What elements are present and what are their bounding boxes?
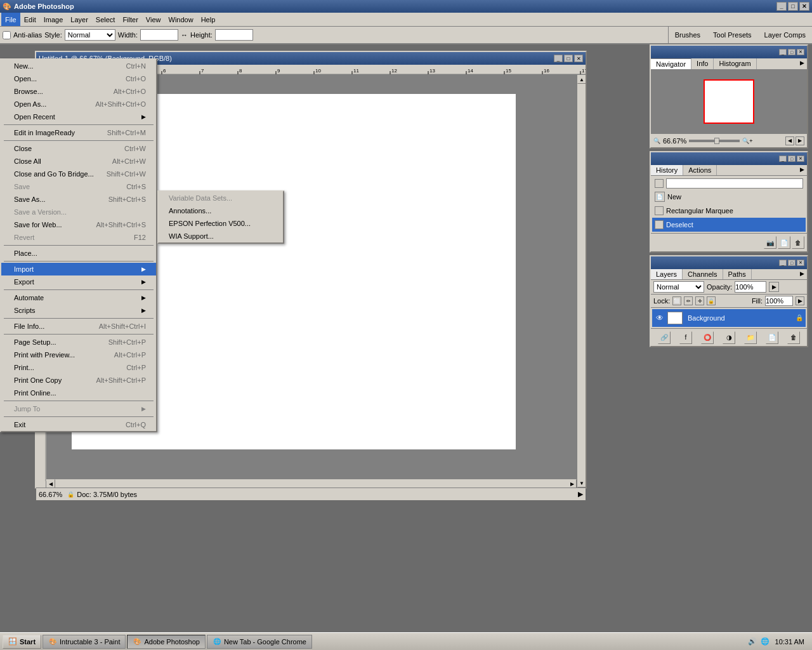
brushes-tab[interactable]: Brushes [671, 30, 704, 40]
menu-item-close-go-bridge[interactable]: Close and Go To Bridge... Shift+Ctrl+W [1, 168, 156, 180]
menu-item-open-as[interactable]: Open As... Alt+Shift+Ctrl+O [1, 98, 156, 110]
tab-layers[interactable]: Layers [651, 269, 683, 279]
history-maximize-button[interactable]: □ [788, 156, 796, 162]
navigator-maximize-button[interactable]: □ [788, 49, 796, 55]
menu-item-open-recent[interactable]: Open Recent [1, 110, 156, 123]
layer-adjustment-button[interactable]: ◑ [723, 331, 735, 344]
navigator-close-button[interactable]: ✕ [797, 49, 804, 55]
menu-item-close-all[interactable]: Close All Alt+Ctrl+W [1, 155, 156, 168]
menu-item-edit-imageready[interactable]: Edit in ImageReady Shift+Ctrl+M [1, 126, 156, 139]
history-new-snapshot-button[interactable]: 📷 [764, 236, 776, 249]
scroll-down-button[interactable]: ▼ [577, 479, 586, 488]
menu-filter[interactable]: Filter [119, 13, 141, 26]
maximize-button[interactable]: □ [788, 2, 798, 11]
tab-navigator[interactable]: Navigator [651, 58, 691, 69]
layer-mask-button[interactable]: ⭕ [701, 331, 714, 344]
menu-item-browse[interactable]: Browse... Alt+Ctrl+O [1, 85, 156, 98]
height-input[interactable] [215, 29, 253, 41]
start-button[interactable]: 🪟 Start [3, 635, 41, 649]
history-item-rect-marquee[interactable]: Rectangular Marquee [652, 204, 806, 218]
layer-item-background[interactable]: 👁 Background 🔒 [652, 309, 806, 327]
menu-item-page-setup[interactable]: Page Setup... Shift+Ctrl+P [1, 336, 156, 348]
opacity-arrow[interactable]: ▶ [769, 282, 779, 292]
lock-transparency-button[interactable]: ⬜ [672, 296, 681, 305]
menu-item-print-one[interactable]: Print One Copy Alt+Shift+Ctrl+P [1, 374, 156, 387]
layers-panel-menu[interactable]: ▶ [797, 269, 807, 279]
layers-maximize-button[interactable]: □ [788, 260, 796, 266]
layer-new-button[interactable]: 📄 [766, 331, 778, 344]
menu-item-import[interactable]: Import [1, 263, 156, 275]
menu-item-print-online[interactable]: Print Online... [1, 387, 156, 399]
menu-item-exit[interactable]: Exit Ctrl+Q [1, 418, 156, 431]
menu-window[interactable]: Window [165, 13, 197, 26]
opacity-input[interactable] [735, 281, 766, 293]
history-minimize-button[interactable]: _ [779, 156, 787, 162]
tab-channels[interactable]: Channels [683, 269, 723, 279]
style-select[interactable]: Normal [65, 29, 115, 41]
tab-paths[interactable]: Paths [723, 269, 752, 279]
lock-position-button[interactable]: ✛ [695, 296, 704, 305]
canvas-maximize-button[interactable]: □ [564, 55, 573, 62]
history-item-new[interactable]: 📄 New [652, 190, 806, 204]
lock-all-button[interactable]: 🔒 [707, 296, 716, 305]
submenu-item-epson[interactable]: EPSON Perfection V500... [159, 217, 283, 230]
menu-view[interactable]: View [142, 13, 165, 26]
scrollbar-horizontal[interactable]: ◀ ▶ [46, 479, 577, 488]
menu-item-place[interactable]: Place... [1, 247, 156, 260]
menu-edit[interactable]: Edit [20, 13, 40, 26]
menu-layer[interactable]: Layer [67, 13, 92, 26]
menu-file[interactable]: File [1, 13, 20, 26]
tab-info[interactable]: Info [691, 58, 714, 69]
scroll-left-button[interactable]: ◀ [46, 479, 55, 488]
lock-paint-button[interactable]: ✏ [684, 296, 693, 305]
scroll-right-button[interactable]: ▶ [568, 479, 577, 488]
nav-button-1[interactable]: ◀ [785, 136, 794, 145]
minimize-button[interactable]: _ [776, 2, 787, 11]
anti-alias-checkbox[interactable] [3, 31, 11, 39]
scroll-up-button[interactable]: ▲ [577, 75, 586, 84]
menu-item-print-preview[interactable]: Print with Preview... Alt+Ctrl+P [1, 348, 156, 361]
menu-item-file-info[interactable]: File Info... Alt+Shift+Ctrl+I [1, 320, 156, 333]
submenu-item-annotations[interactable]: Annotations... [159, 204, 283, 217]
navigator-minimize-button[interactable]: _ [779, 49, 787, 55]
history-panel-menu[interactable]: ▶ [797, 165, 807, 175]
menu-item-save-as[interactable]: Save As... Shift+Ctrl+S [1, 193, 156, 206]
menu-item-print[interactable]: Print... Ctrl+P [1, 361, 156, 374]
history-create-document-button[interactable]: 📄 [778, 236, 790, 249]
menu-help[interactable]: Help [197, 13, 219, 26]
taskbar-item-chrome[interactable]: 🌐 New Tab - Google Chrome [207, 635, 312, 649]
menu-image[interactable]: Image [40, 13, 67, 26]
tool-presets-tab[interactable]: Tool Presets [709, 30, 756, 40]
layers-minimize-button[interactable]: _ [779, 260, 787, 266]
fill-input[interactable] [765, 296, 793, 306]
layer-style-button[interactable]: f [679, 331, 692, 344]
tab-actions[interactable]: Actions [683, 165, 717, 175]
menu-item-scripts[interactable]: Scripts [1, 304, 156, 317]
menu-select[interactable]: Select [92, 13, 119, 26]
layers-close-button[interactable]: ✕ [797, 260, 804, 266]
history-item-deselect[interactable]: Deselect [652, 218, 806, 232]
zoom-slider[interactable] [689, 140, 740, 142]
history-close-button[interactable]: ✕ [797, 156, 804, 162]
history-delete-button[interactable]: 🗑 [792, 236, 804, 249]
tab-histogram[interactable]: Histogram [714, 58, 756, 69]
menu-item-export[interactable]: Export [1, 275, 156, 288]
zoom-slider-thumb[interactable] [714, 138, 719, 144]
nav-panel-menu[interactable]: ▶ [797, 58, 807, 69]
submenu-item-wia[interactable]: WIA Support... [159, 230, 283, 242]
status-arrow[interactable]: ▶ [578, 490, 583, 498]
snapshot-input[interactable] [666, 178, 803, 189]
layer-link-button[interactable]: 🔗 [658, 331, 671, 344]
fill-arrow[interactable]: ▶ [796, 296, 804, 305]
taskbar-item-photoshop[interactable]: 🎨 Adobe Photoshop [127, 635, 205, 649]
menu-item-new[interactable]: New... Ctrl+N [1, 60, 156, 72]
menu-item-open[interactable]: Open... Ctrl+O [1, 72, 156, 85]
tab-history[interactable]: History [651, 165, 683, 175]
layer-visibility-eye[interactable]: 👁 [655, 313, 665, 323]
layer-group-button[interactable]: 📁 [744, 331, 757, 344]
canvas-close-button[interactable]: ✕ [574, 55, 583, 62]
canvas-minimize-button[interactable]: _ [554, 55, 563, 62]
width-input[interactable] [140, 29, 178, 41]
menu-item-automate[interactable]: Automate [1, 291, 156, 304]
close-button[interactable]: ✕ [799, 2, 809, 11]
